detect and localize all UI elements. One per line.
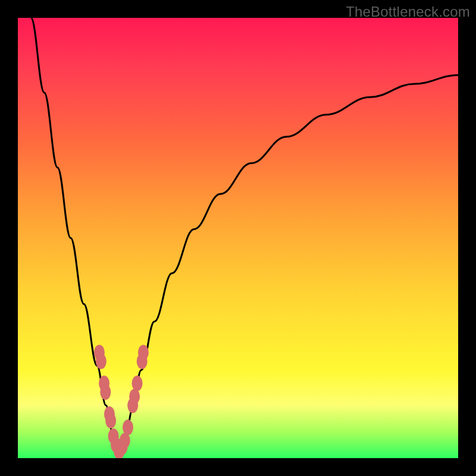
curve-marker [100,384,111,400]
curve-marker [120,433,130,448]
curve-marker [138,345,149,360]
bottleneck-chart [18,18,458,458]
curve-line [31,18,458,454]
curve-marker [123,419,133,435]
curve-marker [105,413,116,428]
curve-marker [96,353,107,369]
watermark-text: TheBottleneck.com [346,4,470,20]
curve-marker [132,375,143,391]
chart-plot-area [18,18,458,458]
curve-marker [129,389,140,404]
